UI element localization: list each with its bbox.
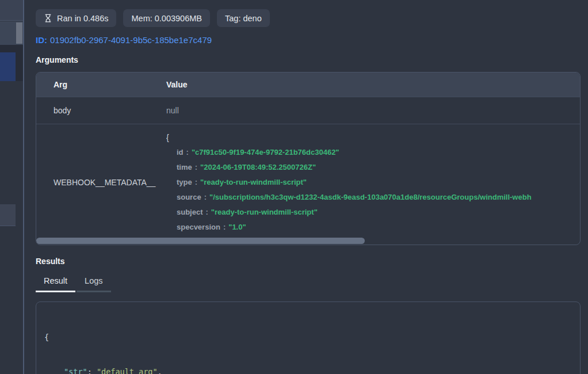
json-value: "/subscriptions/h3c3qw-d1232-4asdk-9easd… (209, 193, 532, 201)
memory-badge: Mem: 0.003906MB (123, 9, 210, 27)
run-stats-row: Ran in 0.486s Mem: 0.003906MB Tag: deno (36, 9, 581, 27)
json-key: subject (177, 208, 203, 216)
open-brace: { (166, 130, 580, 145)
result-value: "default arg" (97, 367, 158, 374)
arguments-table-header: Arg Value (36, 72, 580, 97)
result-separator: : (87, 367, 97, 374)
table-row-webhook-metadata: WEBHOOK__METADATA__ { id:"c7f91c50-9f19-… (36, 124, 580, 237)
column-header-value: Value (166, 80, 580, 89)
json-entry-id: id:"c7f91c50-9f19-474e-9792-21b76dc30462… (166, 145, 580, 160)
tag-badge-label: Tag: deno (225, 14, 262, 23)
json-entry-specversion: specversion:"1.0" (166, 220, 580, 235)
results-tabs: Result Logs (36, 273, 581, 292)
tab-result[interactable]: Result (36, 273, 75, 292)
json-value: "ready-to-run-windmill-script" (211, 208, 318, 216)
json-key: source (177, 193, 201, 201)
runs-panel-header-fragment (0, 0, 23, 21)
json-entry-subject: subject:"ready-to-run-windmill-script" (166, 205, 580, 220)
table-row-body: body null (36, 97, 580, 124)
runtime-badge-label: Ran in 0.486s (57, 14, 108, 23)
json-entry-time: time:"2024-06-19T08:49:52.2500726Z" (166, 160, 580, 175)
arg-name-body: body (36, 106, 166, 115)
json-value: "ready-to-run-windmill-script" (200, 178, 307, 186)
runs-panel-row-fragment-2 (0, 204, 16, 226)
json-colon: : (192, 163, 200, 171)
json-colon: : (201, 193, 209, 201)
result-open-brace: { (44, 331, 572, 343)
result-json-viewer: { "str": "default arg", "union": "Hello … (36, 302, 581, 374)
runtime-badge: Ran in 0.486s (36, 9, 116, 27)
json-value: "1.0" (228, 223, 246, 231)
column-header-arg: Arg (36, 80, 166, 89)
background-runs-panel (0, 0, 23, 374)
result-key: "str" (64, 367, 87, 374)
tag-badge: Tag: deno (217, 9, 270, 27)
json-key: specversion (177, 223, 220, 231)
json-colon: : (220, 223, 228, 231)
json-colon: : (192, 178, 200, 186)
json-key: time (177, 163, 192, 171)
webhook-metadata-object-viewer: { id:"c7f91c50-9f19-474e-9792-21b76dc304… (166, 130, 580, 235)
results-heading: Results (36, 257, 581, 266)
runs-panel-row-fragment (0, 21, 23, 45)
job-id-label: ID: (36, 35, 47, 45)
job-id-value[interactable]: 01902fb0-2967-4091-9b5c-185be1e7c479 (50, 35, 212, 45)
json-entry-source: source:"/subscriptions/h3c3qw-d1232-4asd… (166, 190, 580, 205)
table-scrollbar-thumb[interactable] (36, 238, 365, 244)
arg-value-body: null (166, 106, 580, 115)
arg-name-webhook-metadata: WEBHOOK__METADATA__ (36, 130, 166, 235)
tab-logs[interactable]: Logs (77, 273, 110, 292)
job-id-line: ID:01902fb0-2967-4091-9b5c-185be1e7c479 (36, 35, 581, 45)
result-entry-str: "str": "default arg", (44, 366, 572, 374)
run-detail-drawer: Ran in 0.486s Mem: 0.003906MB Tag: deno … (24, 0, 588, 374)
json-value: "c7f91c50-9f19-474e-9792-21b76dc30462" (192, 148, 339, 157)
json-value: "2024-06-19T08:49:52.2500726Z" (200, 163, 316, 171)
json-key: type (177, 178, 192, 186)
arguments-table: Arg Value body null WEBHOOK__METADATA__ … (36, 72, 581, 245)
hourglass-icon (44, 14, 52, 22)
json-colon: : (184, 148, 192, 157)
json-key: id (177, 148, 184, 157)
json-entry-type: type:"ready-to-run-windmill-script" (166, 175, 580, 190)
memory-badge-label: Mem: 0.003906MB (131, 14, 202, 23)
table-horizontal-scrollbar (36, 237, 580, 245)
result-comma: , (158, 367, 162, 374)
json-colon: : (203, 208, 211, 216)
runs-panel-gap (0, 45, 23, 52)
arguments-heading: Arguments (36, 55, 581, 64)
runs-panel-scrollbar-thumb[interactable] (16, 22, 22, 44)
selected-run-row-fragment[interactable] (0, 52, 16, 81)
